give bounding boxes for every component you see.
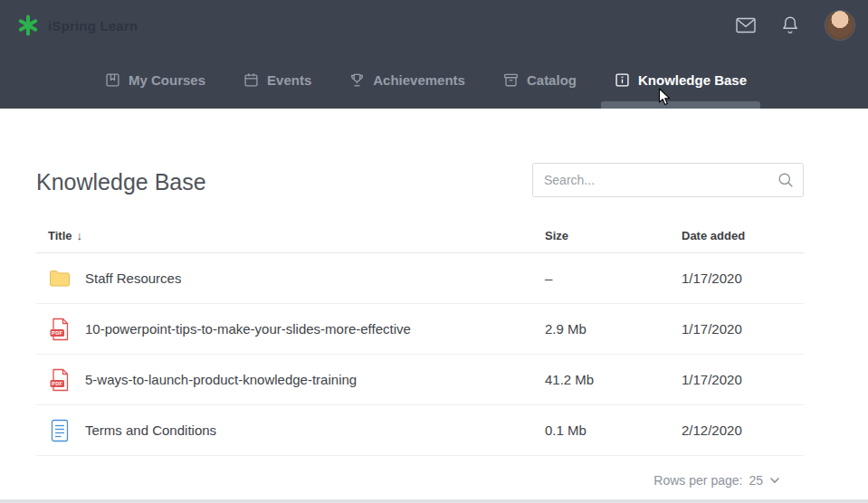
table-row[interactable]: Terms and Conditions 0.1 Mb 2/12/2020: [36, 405, 804, 456]
column-header-date[interactable]: Date added: [682, 229, 804, 242]
file-date: 1/17/2020: [682, 270, 804, 286]
table-row[interactable]: PDF 5-ways-to-launch-product-knowledge-t…: [36, 355, 804, 405]
column-title-label: Title: [48, 229, 72, 242]
file-title: Terms and Conditions: [85, 422, 216, 438]
file-size: –: [545, 270, 682, 286]
top-header: iSpring Learn: [0, 0, 868, 109]
file-date: 1/17/2020: [682, 372, 804, 387]
column-header-title[interactable]: Title ↓: [36, 229, 545, 242]
table-row[interactable]: Staff Resources – 1/17/2020: [36, 253, 804, 304]
file-date: 2/12/2020: [682, 422, 804, 438]
search-input[interactable]: [532, 163, 804, 197]
app-window: iSpring Learn: [0, 0, 868, 503]
file-size: 0.1 Mb: [545, 422, 682, 438]
file-title: 5-ways-to-launch-product-knowledge-train…: [85, 372, 357, 387]
table-row[interactable]: PDF 10-powerpoint-tips-to-make-your-slid…: [36, 304, 804, 355]
tab-catalog[interactable]: Catalog: [503, 51, 577, 109]
file-title: 10-powerpoint-tips-to-make-your-slides-m…: [85, 321, 411, 337]
search-box: [532, 163, 804, 197]
file-size: 2.9 Mb: [545, 321, 682, 337]
pdf-badge-text: PDF: [52, 329, 63, 335]
tab-knowledge-base[interactable]: Knowledge Base: [615, 51, 747, 109]
logo-text: iSpring Learn: [48, 18, 138, 33]
pdf-icon: PDF: [48, 318, 72, 341]
rows-per-page-control[interactable]: Rows per page: 25: [653, 473, 780, 488]
page-content: Knowledge Base Title ↓ Size Date added: [36, 109, 804, 503]
file-title: Staff Resources: [85, 270, 181, 286]
page-head: Knowledge Base: [36, 163, 804, 197]
notifications-bell-icon[interactable]: [781, 15, 799, 35]
sort-desc-icon: ↓: [77, 229, 83, 242]
rows-per-page-value: 25: [749, 473, 763, 488]
doc-icon: [48, 419, 72, 442]
header-top-bar: iSpring Learn: [0, 0, 868, 51]
tab-events[interactable]: Events: [243, 51, 311, 109]
user-avatar[interactable]: [825, 10, 855, 41]
trophy-icon: [349, 72, 365, 88]
app-logo[interactable]: iSpring Learn: [16, 14, 138, 37]
bottom-edge: [0, 499, 868, 503]
page-title: Knowledge Base: [36, 163, 206, 195]
tab-label: My Courses: [129, 72, 205, 88]
tab-my-courses[interactable]: My Courses: [105, 51, 205, 109]
tab-label: Achievements: [373, 72, 465, 88]
messages-icon[interactable]: [736, 17, 756, 33]
search-icon: [777, 172, 794, 188]
knowledge-base-table: Title ↓ Size Date added Staff Resources …: [36, 219, 804, 503]
table-footer: Rows per page: 25: [36, 456, 804, 503]
tab-label: Catalog: [527, 72, 577, 88]
info-square-icon: [615, 72, 630, 88]
pdf-badge-text: PDF: [52, 380, 63, 385]
calendar-icon: [243, 72, 259, 88]
active-tab-indicator: [601, 101, 760, 109]
file-date: 1/17/2020: [682, 321, 804, 337]
tab-label: Knowledge Base: [638, 72, 747, 88]
pdf-icon: PDF: [48, 368, 72, 392]
file-size: 41.2 Mb: [545, 372, 682, 387]
table-header: Title ↓ Size Date added: [36, 219, 804, 253]
main-nav: My Courses Events: [0, 51, 868, 109]
tab-achievements[interactable]: Achievements: [349, 51, 465, 109]
chevron-down-icon: [769, 477, 780, 484]
tab-label: Events: [267, 72, 311, 88]
header-actions: [736, 10, 855, 41]
folder-icon: [48, 270, 72, 288]
column-header-size[interactable]: Size: [545, 229, 682, 242]
archive-box-icon: [503, 72, 519, 88]
rows-per-page-label: Rows per page:: [653, 473, 742, 488]
ispring-logo-icon: [16, 14, 40, 37]
courses-icon: [105, 72, 120, 88]
